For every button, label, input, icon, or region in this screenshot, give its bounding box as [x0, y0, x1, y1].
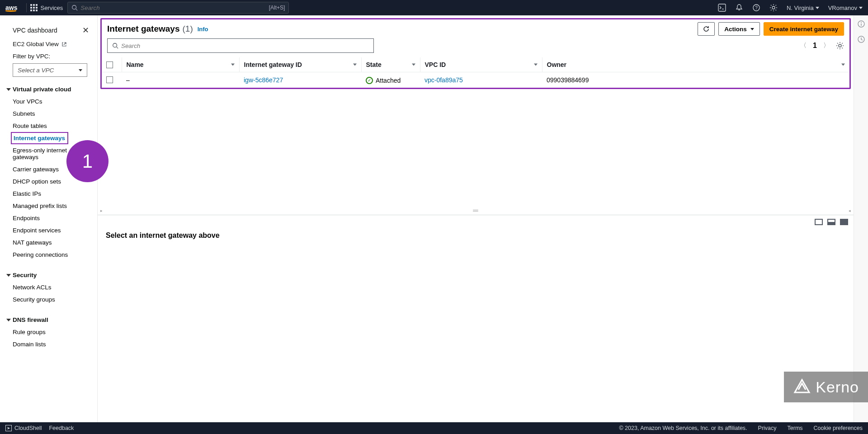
sidebar-item-subnets[interactable]: Subnets	[5, 108, 91, 120]
sidebar-item-endpoints[interactable]: Endpoints	[5, 212, 91, 224]
layout-half-icon[interactable]	[827, 219, 835, 225]
section-label: Security	[13, 272, 37, 278]
notifications-icon[interactable]	[735, 4, 743, 12]
sidebar-item-endpoint-services[interactable]: Endpoint services	[5, 224, 91, 236]
external-link-icon	[61, 42, 67, 47]
footer-feedback-link[interactable]: Feedback	[49, 425, 74, 431]
select-all-checkbox[interactable]	[106, 61, 113, 68]
right-rail	[854, 15, 868, 422]
services-menu-button[interactable]: Services	[30, 4, 63, 11]
sidebar-item-your-vpcs[interactable]: Your VPCs	[5, 95, 91, 108]
sidebar-item-peering-connections[interactable]: Peering connections	[5, 249, 91, 261]
svg-point-0	[72, 5, 76, 9]
panel-search-input[interactable]	[121, 42, 369, 49]
refresh-button[interactable]	[698, 22, 715, 36]
section-label: DNS firewall	[13, 316, 48, 323]
cell-igw-link[interactable]: igw-5c86e727	[244, 76, 283, 84]
svg-line-29	[837, 48, 838, 49]
kerno-logo-icon	[793, 378, 811, 396]
clock-icon[interactable]	[857, 35, 865, 43]
igw-panel-highlight: Internet gateways (1) Info Actions Creat…	[100, 18, 851, 89]
svg-line-21	[117, 47, 118, 49]
svg-marker-31	[795, 380, 809, 392]
sidebar-item-managed-prefix-lists[interactable]: Managed prefix lists	[5, 200, 91, 212]
svg-point-22	[839, 44, 841, 47]
footer-terms-link[interactable]: Terms	[788, 425, 803, 431]
section-dns-firewall[interactable]: DNS firewall	[5, 314, 91, 326]
section-security[interactable]: Security	[5, 269, 91, 281]
sidebar: VPC dashboard ✕ EC2 Global View Filter b…	[0, 15, 98, 422]
layout-split-icon[interactable]	[815, 219, 823, 225]
global-topnav: aws Services [Alt+S] ? N. Virginia VRoma…	[0, 0, 868, 15]
footer-cookies-link[interactable]: Cookie preferences	[814, 425, 863, 431]
svg-line-27	[837, 43, 838, 44]
sidebar-item-route-tables[interactable]: Route tables	[5, 120, 91, 132]
page-next-button[interactable]: 〉	[823, 42, 830, 50]
title-text: Internet gateways	[107, 24, 180, 34]
paginator: 〈 1 〉	[800, 42, 844, 50]
col-igw-id[interactable]: Internet gateway ID	[239, 57, 361, 72]
cloudshell-icon[interactable]	[718, 4, 726, 12]
panel-search[interactable]	[107, 38, 374, 53]
help-icon[interactable]: ?	[752, 4, 760, 12]
sidebar-item-nat-gateways[interactable]: NAT gateways	[5, 236, 91, 249]
col-vpc-id[interactable]: VPC ID	[420, 57, 542, 72]
footer-cloudshell-button[interactable]: ➤CloudShell	[5, 425, 42, 431]
close-icon[interactable]: ✕	[82, 25, 89, 35]
search-shortcut-hint: [Alt+S]	[269, 5, 285, 11]
table-preferences-button[interactable]	[836, 42, 844, 50]
sidebar-item-security-groups[interactable]: Security groups	[5, 293, 91, 306]
global-search[interactable]: [Alt+S]	[67, 2, 289, 14]
region-selector[interactable]: N. Virginia	[787, 5, 819, 11]
layout-full-icon[interactable]	[840, 219, 848, 225]
caret-down-icon	[6, 88, 11, 91]
section-label: Virtual private cloud	[13, 86, 71, 93]
kerno-watermark: Kerno	[784, 372, 868, 402]
sidebar-item-dashboard[interactable]: VPC dashboard	[13, 27, 57, 34]
detail-panel: Select an internet gateway above	[98, 215, 854, 423]
copyright-text: © 2023, Amazon Web Services, Inc. or its…	[619, 425, 747, 431]
svg-point-20	[113, 43, 117, 47]
grid-icon	[30, 4, 38, 11]
info-icon[interactable]	[857, 20, 865, 28]
col-state[interactable]: State	[361, 57, 420, 72]
svg-line-1	[76, 9, 78, 11]
cell-vpc-link[interactable]: vpc-0fa89a75	[425, 76, 463, 84]
cell-owner: 099039884699	[542, 72, 849, 88]
aws-logo[interactable]: aws	[5, 4, 17, 12]
user-label: VRomanov	[828, 5, 857, 11]
account-menu[interactable]: VRomanov	[828, 5, 863, 11]
global-search-input[interactable]	[80, 5, 269, 11]
row-checkbox[interactable]	[106, 76, 113, 83]
page-prev-button[interactable]: 〈	[800, 42, 807, 50]
col-owner[interactable]: Owner	[542, 57, 849, 72]
caret-down-icon	[859, 7, 863, 9]
title-count: (1)	[183, 24, 193, 34]
sidebar-item-internet-gateways[interactable]: Internet gateways	[11, 132, 68, 144]
section-vpc[interactable]: Virtual private cloud	[5, 83, 91, 95]
main-content: Internet gateways (1) Info Actions Creat…	[98, 15, 854, 422]
sidebar-item-rule-groups[interactable]: Rule groups	[5, 326, 91, 338]
svg-point-7	[772, 6, 775, 9]
caret-down-icon	[750, 28, 754, 30]
divider	[26, 3, 27, 12]
vpc-filter-select[interactable]: Select a VPC	[13, 63, 87, 77]
split-handle[interactable]: ═	[98, 207, 854, 215]
sidebar-item-network-acls[interactable]: Network ACLs	[5, 281, 91, 293]
sidebar-item-domain-lists[interactable]: Domain lists	[5, 338, 91, 350]
detail-empty-message: Select an internet gateway above	[98, 229, 854, 242]
table-row[interactable]: – igw-5c86e727 ✓Attached vpc-0fa89a75 09…	[102, 72, 849, 88]
col-name[interactable]: Name	[122, 57, 239, 72]
sidebar-item-elastic-ips[interactable]: Elastic IPs	[5, 188, 91, 200]
sidebar-item-ec2-global-view[interactable]: EC2 Global View	[5, 38, 91, 50]
cell-state: ✓Attached	[366, 77, 401, 84]
footer-privacy-link[interactable]: Privacy	[758, 425, 777, 431]
vpc-select-placeholder: Select a VPC	[18, 67, 54, 74]
cloudshell-label: CloudShell	[14, 425, 42, 431]
svg-line-30	[842, 43, 843, 44]
svg-line-12	[771, 5, 772, 6]
settings-icon[interactable]	[769, 4, 778, 12]
create-igw-button[interactable]: Create internet gateway	[764, 22, 844, 36]
actions-button[interactable]: Actions	[718, 22, 760, 36]
info-link[interactable]: Info	[198, 26, 208, 33]
